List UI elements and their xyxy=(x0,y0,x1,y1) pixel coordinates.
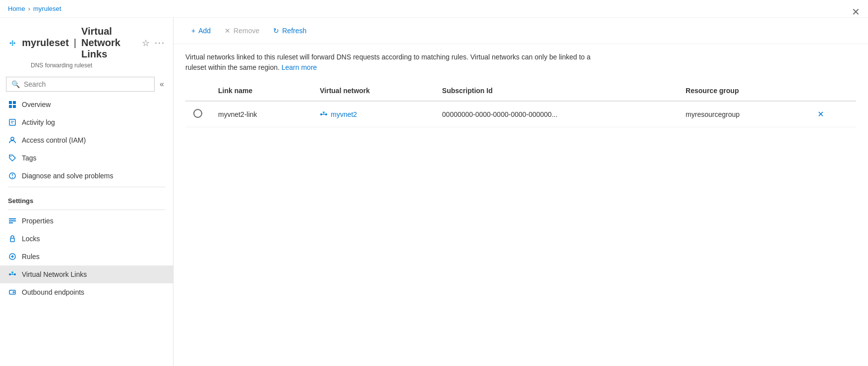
search-icon: 🔍 xyxy=(11,80,20,88)
svg-rect-8 xyxy=(9,101,12,104)
learn-more-link[interactable]: Learn more xyxy=(282,63,317,71)
table-header-resource-group: Resource group xyxy=(678,81,808,101)
favorite-button[interactable]: ☆ xyxy=(142,38,150,49)
locks-icon xyxy=(8,234,17,243)
resource-subtitle: DNS forwarding ruleset xyxy=(31,62,165,69)
row-link-name: myvnet2-link xyxy=(210,101,312,127)
resource-title-row: myruleset | Virtual Network Links ☆ ··· xyxy=(8,26,165,60)
svg-rect-22 xyxy=(9,222,13,223)
settings-section-label: Settings xyxy=(0,189,173,208)
sidebar-item-outbound-endpoints[interactable]: Outbound endpoints xyxy=(0,283,173,301)
row-select-cell xyxy=(185,101,210,127)
remove-button-label: Remove xyxy=(233,27,259,35)
sidebar-item-iam-label: Access control (IAM) xyxy=(22,136,86,144)
svg-point-3 xyxy=(12,40,13,42)
settings-divider xyxy=(8,187,165,187)
svg-point-19 xyxy=(12,177,13,178)
breadcrumb-home[interactable]: Home xyxy=(8,5,25,12)
overview-icon xyxy=(8,100,17,109)
refresh-button-label: Refresh xyxy=(282,27,306,35)
settings-divider-2 xyxy=(8,209,165,210)
row-delete-button[interactable]: ✕ xyxy=(815,107,826,121)
svg-point-28 xyxy=(14,273,16,275)
toolbar: + Add ✕ Remove ↻ Refresh xyxy=(174,18,868,44)
row-subscription-id: 00000000-0000-0000-0000-000000... xyxy=(434,101,678,127)
search-box[interactable]: 🔍 xyxy=(6,77,155,92)
sidebar-item-tags[interactable]: Tags xyxy=(0,149,173,167)
sidebar-item-tags-label: Tags xyxy=(22,154,37,162)
svg-point-15 xyxy=(11,137,14,140)
table-header-actions xyxy=(808,81,856,101)
vnet-links-icon xyxy=(8,270,17,279)
sidebar-item-diagnose[interactable]: Diagnose and solve problems xyxy=(0,167,173,185)
svg-point-2 xyxy=(14,42,15,44)
sidebar-item-overview[interactable]: Overview xyxy=(0,96,173,113)
remove-icon: ✕ xyxy=(225,27,231,35)
sidebar-item-activity-log-label: Activity log xyxy=(22,118,55,126)
table-header-subscription-id: Subscription Id xyxy=(434,81,678,101)
nav-menu: Overview Activity log Access control (IA… xyxy=(0,96,173,185)
svg-point-36 xyxy=(323,111,325,113)
refresh-button[interactable]: ↻ Refresh xyxy=(267,24,312,38)
sidebar-item-rules-label: Rules xyxy=(22,253,40,261)
sidebar-item-locks-label: Locks xyxy=(22,235,40,243)
table-header-row: Link name Virtual network Subscription I… xyxy=(185,81,856,101)
sidebar-item-locks[interactable]: Locks xyxy=(0,230,173,248)
virtual-network-link[interactable]: myvnet2 xyxy=(320,110,426,118)
breadcrumb-resource[interactable]: myruleset xyxy=(33,5,61,12)
sidebar-item-properties[interactable]: Properties xyxy=(0,212,173,230)
more-options-button[interactable]: ··· xyxy=(155,38,165,48)
row-resource-group: myresourcegroup xyxy=(678,101,808,127)
diagnose-icon xyxy=(8,171,17,180)
sidebar-item-activity-log[interactable]: Activity log xyxy=(0,113,173,131)
add-icon: + xyxy=(191,27,195,35)
content-area: + Add ✕ Remove ↻ Refresh Virtual network… xyxy=(174,18,868,366)
svg-point-1 xyxy=(10,42,11,44)
activity-log-icon xyxy=(8,118,17,127)
tags-icon xyxy=(8,154,17,162)
svg-point-27 xyxy=(9,273,11,275)
breadcrumb: Home › myruleset xyxy=(0,0,868,18)
row-delete-cell: ✕ xyxy=(808,101,856,127)
svg-rect-10 xyxy=(9,105,12,108)
info-text: Virtual networks linked to this ruleset … xyxy=(185,53,590,71)
sidebar-item-iam[interactable]: Access control (IAM) xyxy=(0,131,173,149)
resource-name: myruleset xyxy=(22,37,69,49)
svg-rect-23 xyxy=(10,238,14,242)
svg-rect-20 xyxy=(9,218,16,219)
sidebar-item-rules[interactable]: Rules xyxy=(0,248,173,265)
resource-icon xyxy=(8,34,17,52)
rules-icon xyxy=(8,252,17,261)
table-container: Link name Virtual network Subscription I… xyxy=(174,81,868,127)
table-header-select xyxy=(185,81,210,101)
row-radio-button[interactable] xyxy=(193,109,202,118)
title-separator: | xyxy=(74,37,76,49)
properties-icon xyxy=(8,216,17,225)
table-row: myvnet2-link xyxy=(185,101,856,127)
svg-rect-12 xyxy=(9,119,15,125)
collapse-sidebar-button[interactable]: « xyxy=(157,77,167,92)
vnet-icon xyxy=(320,110,328,118)
settings-menu: Properties Locks Rules xyxy=(0,212,173,301)
table-header-virtual-network: Virtual network xyxy=(312,81,434,101)
header-actions: ☆ ··· xyxy=(142,38,165,49)
page-title: Virtual Network Links xyxy=(81,26,133,60)
virtual-network-links-table: Link name Virtual network Subscription I… xyxy=(185,81,856,127)
svg-point-29 xyxy=(11,271,13,273)
sidebar-item-overview-label: Overview xyxy=(22,101,51,108)
sidebar-item-virtual-network-links[interactable]: Virtual Network Links xyxy=(0,265,173,283)
sidebar: myruleset | Virtual Network Links ☆ ··· … xyxy=(0,18,174,366)
iam-icon xyxy=(8,136,17,145)
search-input[interactable] xyxy=(24,80,149,88)
sidebar-item-diagnose-label: Diagnose and solve problems xyxy=(22,172,113,180)
svg-rect-21 xyxy=(9,220,16,221)
row-virtual-network: myvnet2 xyxy=(312,101,434,127)
svg-point-34 xyxy=(320,113,322,115)
remove-button[interactable]: ✕ Remove xyxy=(219,24,265,38)
breadcrumb-separator: › xyxy=(28,5,30,12)
add-button-label: Add xyxy=(198,27,211,35)
add-button[interactable]: + Add xyxy=(185,24,217,38)
sidebar-item-properties-label: Properties xyxy=(22,217,54,225)
vnet-link-text: myvnet2 xyxy=(331,110,357,118)
svg-rect-11 xyxy=(13,105,16,108)
